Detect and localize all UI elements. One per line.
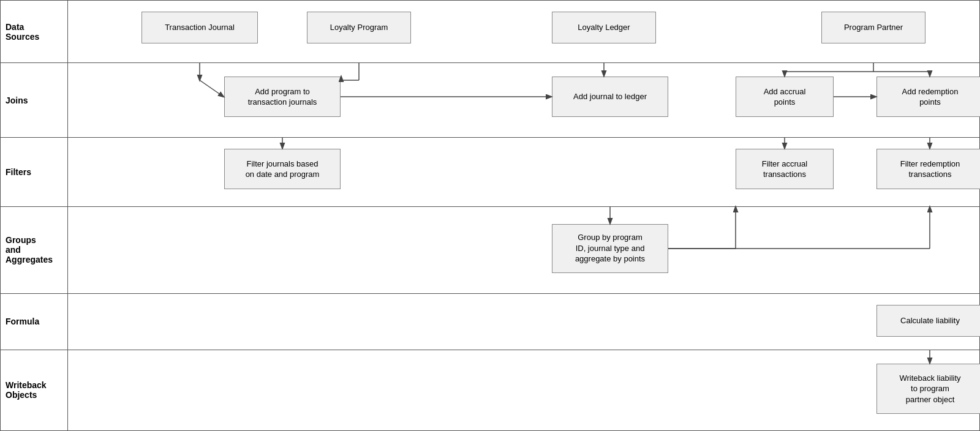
content-writeback: Writeback liability to program partner o…	[68, 350, 979, 430]
label-formula: Formula	[1, 294, 68, 350]
row-joins: Joins Add program to transaction journal…	[1, 63, 979, 138]
row-writeback: WritebackObjects Writeback liability to …	[1, 350, 979, 430]
box-filter-journals: Filter journals based on date and progra…	[224, 149, 341, 189]
box-loyalty-program: Loyalty Program	[307, 12, 411, 43]
row-data-sources: DataSources Transaction Journal Loyalty …	[1, 1, 979, 63]
label-filters: Filters	[1, 138, 68, 206]
formula-arrows	[68, 294, 979, 350]
writeback-arrows	[68, 350, 979, 430]
groups-arrows	[68, 207, 979, 293]
label-writeback: WritebackObjects	[1, 350, 68, 430]
content-data-sources: Transaction Journal Loyalty Program Loya…	[68, 1, 979, 62]
label-groups: GroupsandAggregates	[1, 207, 68, 293]
label-joins: Joins	[1, 63, 68, 137]
row-formula: Formula Calculate liability	[1, 294, 979, 350]
content-groups: Group by program ID, journal type and ag…	[68, 207, 979, 293]
box-add-accrual: Add accrual points	[736, 77, 834, 117]
row-groups: GroupsandAggregates Group by program ID,…	[1, 207, 979, 294]
filters-arrows	[68, 138, 979, 206]
box-filter-accrual: Filter accrual transactions	[736, 149, 834, 189]
content-formula: Calculate liability	[68, 294, 979, 350]
svg-line-1	[200, 80, 224, 97]
box-calculate-liability: Calculate liability	[876, 305, 980, 337]
box-loyalty-ledger: Loyalty Ledger	[552, 12, 656, 43]
box-add-program: Add program to transaction journals	[224, 77, 341, 117]
content-joins: Add program to transaction journals Add …	[68, 63, 979, 137]
row-filters: Filters Filter journals based on date an…	[1, 138, 979, 206]
diagram-container: DataSources Transaction Journal Loyalty …	[0, 0, 980, 431]
box-program-partner: Program Partner	[821, 12, 925, 43]
box-writeback-liability: Writeback liability to program partner o…	[876, 364, 980, 414]
joins-arrows	[68, 63, 979, 137]
box-add-redemption: Add redemption points	[876, 77, 980, 117]
content-filters: Filter journals based on date and progra…	[68, 138, 979, 206]
label-data-sources: DataSources	[1, 1, 68, 62]
box-filter-redemption: Filter redemption transactions	[876, 149, 980, 189]
box-add-journal: Add journal to ledger	[552, 77, 668, 117]
box-transaction-journal: Transaction Journal	[141, 12, 258, 43]
box-group-aggregate: Group by program ID, journal type and ag…	[552, 224, 668, 273]
